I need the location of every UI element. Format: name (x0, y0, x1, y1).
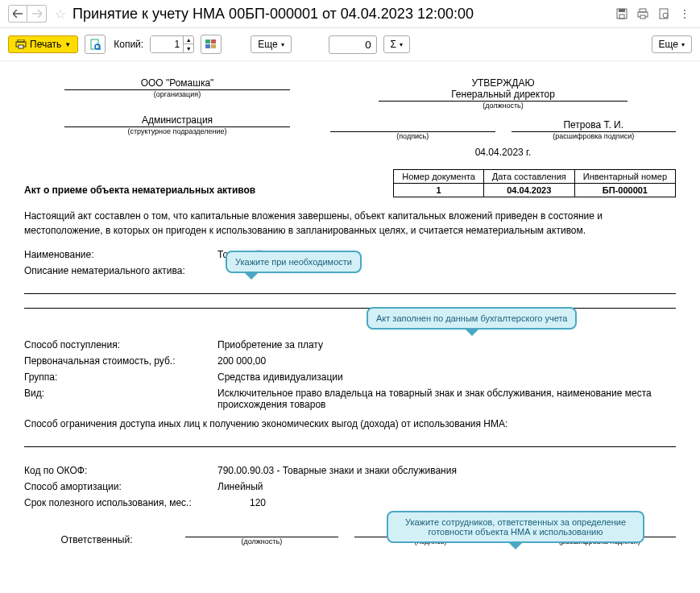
desc-line1 (24, 281, 676, 294)
desc-label: Описание нематериального актива: (24, 265, 185, 276)
copies-input[interactable] (151, 36, 183, 52)
signer-name: Петрова Т. И. (512, 119, 677, 132)
restrict-label: Способ ограничения доступа иных лиц к по… (24, 418, 507, 429)
method-value: Приобретение за плату (217, 339, 676, 350)
dept-name: Администрация (64, 114, 290, 127)
group-value: Средства идивидуализации (217, 371, 676, 383)
kind-label: Вид: (24, 388, 217, 399)
method-label: Способ поступления: (24, 339, 217, 350)
responsible-label: Ответственный: (24, 534, 169, 545)
number-field[interactable] (329, 35, 377, 54)
nav-back-button[interactable] (8, 5, 27, 23)
svg-point-7 (663, 13, 668, 18)
resp-position-cap: (должность) (185, 537, 338, 545)
svg-rect-1 (619, 9, 625, 12)
printer-icon (15, 39, 27, 49)
act-title: Акт о приеме объекта нематериальных акти… (24, 185, 255, 197)
svg-rect-16 (205, 44, 210, 48)
favorite-star-icon[interactable]: ☆ (55, 6, 66, 22)
print-label: Печать (30, 39, 61, 50)
name-label: Наименование: (24, 249, 217, 260)
act-val3: БП-000001 (574, 184, 675, 197)
page-title: Принятие к учету НМА 00БП-000001 от 04.0… (72, 6, 615, 23)
okof-value: 790.00.90.03 - Товарные знаки и знаки об… (217, 465, 676, 476)
nav-forward-button[interactable] (27, 5, 47, 23)
menu-dots-icon[interactable]: ⋮ (677, 6, 692, 21)
preview-icon[interactable] (657, 6, 671, 21)
act-val1: 1 (394, 184, 484, 197)
restrict-line (24, 434, 676, 447)
org-caption: (организация) (24, 90, 330, 98)
titlebar: ☆ Принятие к учету НМА 00БП-000001 от 04… (0, 0, 700, 28)
act-col3: Инвентарный номер (574, 170, 675, 184)
act-val2: 04.04.2023 (483, 184, 574, 197)
cost-value: 200 000,00 (217, 355, 676, 367)
kind-value: Исключительное право владельца на товарн… (217, 388, 676, 410)
desc-line2 (24, 296, 676, 309)
amort-value: Линейный (217, 481, 676, 492)
copies-label: Копий: (114, 39, 143, 50)
chevron-down-icon: ▾ (281, 41, 284, 48)
title-icons: ⋮ (615, 6, 692, 21)
amort-label: Способ амортизации: (24, 481, 217, 492)
more-button-1[interactable]: Еще ▾ (251, 35, 291, 53)
okof-label: Код по ОКОФ: (24, 465, 217, 476)
nav-arrows (8, 5, 47, 23)
life-value: 120 (250, 497, 676, 508)
spinner-down-icon[interactable]: ▼ (184, 44, 193, 52)
print-button[interactable]: Печать ▼ (8, 35, 78, 53)
svg-line-13 (99, 48, 101, 50)
chevron-down-icon: ▾ (400, 41, 403, 48)
toolbar: Печать ▼ Копий: ▲ ▼ Еще ▾ Σ ▾ Еще ▾ (0, 28, 700, 61)
name-caption: (расшифровка подписи) (512, 132, 677, 140)
position-value: Генеральный директор (379, 89, 628, 102)
document-body: ООО "Ромашка" (организация) УТВЕРЖДАЮ Ге… (0, 61, 700, 562)
position-caption: (должность) (330, 102, 676, 110)
act-col2: Дата составления (483, 170, 574, 184)
preview-button[interactable] (85, 35, 106, 54)
svg-rect-5 (640, 15, 645, 19)
dept-caption: (структурное подразделение) (24, 127, 330, 135)
more-button-2[interactable]: Еще ▾ (652, 35, 692, 53)
svg-rect-3 (640, 9, 646, 12)
callout-3: Укажите сотрудников, ответственных за оп… (387, 511, 644, 543)
svg-rect-10 (19, 45, 23, 48)
body-text: Настоящий акт составлен о том, что капит… (24, 209, 676, 238)
chevron-down-icon: ▼ (64, 41, 71, 48)
print-icon[interactable] (636, 6, 650, 21)
settings-button[interactable] (201, 35, 222, 54)
sigma-button[interactable]: Σ ▾ (383, 35, 410, 53)
chevron-down-icon: ▾ (681, 41, 685, 48)
svg-rect-2 (619, 15, 624, 19)
save-icon[interactable] (615, 6, 629, 21)
svg-rect-15 (211, 39, 216, 44)
more-label-2: Еще (659, 39, 678, 50)
sign-caption: (подпись) (330, 132, 495, 140)
sigma-label: Σ (391, 39, 396, 50)
spinner-up-icon[interactable]: ▲ (184, 36, 193, 44)
copies-spinner[interactable]: ▲ ▼ (150, 35, 194, 53)
approve-label: УТВЕРЖДАЮ (330, 77, 676, 89)
group-label: Группа: (24, 371, 217, 383)
act-table: Номер документа Дата составления Инвента… (393, 169, 676, 197)
svg-rect-17 (211, 44, 216, 48)
org-name: ООО "Ромашка" (64, 77, 290, 90)
callout-1: Укажите при необходимости (226, 251, 362, 273)
svg-rect-14 (205, 39, 210, 44)
cost-label: Первоначальная стоимость, руб.: (24, 355, 217, 367)
more-label: Еще (258, 39, 277, 50)
act-col1: Номер документа (394, 170, 484, 184)
life-label: Срок полезного использования, мес.: (24, 497, 250, 508)
callout-2: Акт заполнен по данным бухгалтерского уч… (367, 307, 577, 330)
approve-date: 04.04.2023 г. (330, 147, 676, 158)
